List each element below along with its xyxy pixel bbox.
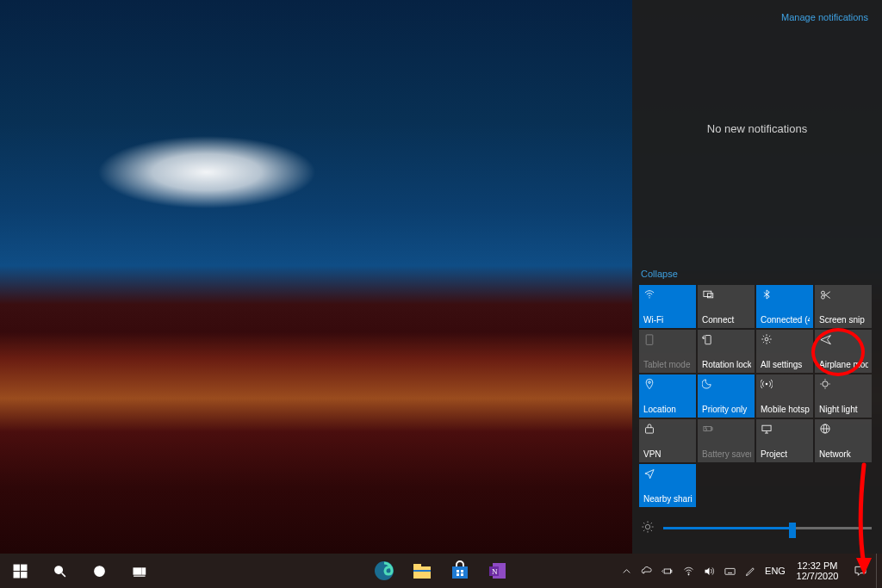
svg-rect-53: [457, 570, 459, 573]
tile-rotation[interactable]: Rotation lock: [698, 330, 755, 373]
svg-point-42: [54, 566, 62, 573]
tile-connect[interactable]: Connect: [698, 285, 755, 328]
svg-rect-23: [762, 425, 771, 430]
svg-rect-50: [413, 564, 421, 567]
svg-line-43: [61, 573, 65, 576]
tile-label: Night light: [819, 405, 868, 414]
nearby-icon: [643, 467, 655, 480]
svg-rect-56: [461, 573, 463, 576]
airplane-icon: [819, 333, 831, 345]
manage-notifications-link[interactable]: Manage notifications: [781, 12, 868, 22]
project-icon: [761, 423, 773, 435]
tile-label: Network: [819, 449, 868, 459]
tile-wifi[interactable]: Wi-Fi: [639, 285, 696, 328]
svg-rect-9: [646, 335, 653, 344]
tile-label: Tablet mode: [643, 360, 693, 369]
svg-rect-45: [134, 567, 141, 573]
onedrive-icon[interactable]: [637, 554, 657, 588]
tile-label: Connected (4): [761, 315, 810, 325]
svg-point-44: [94, 566, 103, 575]
start-button[interactable]: [0, 554, 40, 588]
search-button[interactable]: [40, 554, 79, 588]
tile-settings[interactable]: All settings: [756, 330, 813, 373]
svg-point-0: [649, 297, 649, 298]
tile-bluetooth[interactable]: Connected (4): [756, 285, 813, 328]
gear-icon: [761, 333, 773, 345]
keyboard-icon[interactable]: [719, 554, 740, 588]
clock-time: 12:32 PM: [790, 560, 845, 571]
svg-text:N: N: [492, 567, 498, 576]
ink-icon[interactable]: [740, 554, 761, 588]
svg-rect-49: [413, 566, 431, 579]
power-icon[interactable]: [657, 554, 678, 588]
no-notifications-text: No new notifications: [632, 122, 882, 135]
svg-line-35: [651, 530, 652, 531]
action-center-panel: Manage notifications No new notification…: [632, 0, 882, 554]
svg-rect-22: [711, 428, 712, 430]
svg-point-29: [645, 524, 649, 529]
taskbar-app-edge[interactable]: [365, 554, 403, 588]
brightness-slider[interactable]: [641, 520, 872, 535]
show-desktop-button[interactable]: [876, 554, 882, 588]
tray-chevron-icon[interactable]: [616, 554, 637, 588]
vpn-icon: [643, 423, 655, 435]
tile-network[interactable]: Network: [815, 419, 872, 462]
connect-icon: [702, 288, 714, 300]
location-icon: [643, 378, 655, 390]
tile-project[interactable]: Project: [756, 419, 813, 462]
tile-tablet[interactable]: Tablet mode: [639, 330, 696, 373]
svg-rect-38: [14, 565, 19, 570]
tile-location[interactable]: Location: [639, 374, 696, 418]
svg-line-34: [643, 523, 644, 523]
svg-rect-52: [452, 566, 468, 579]
tile-label: Location: [643, 405, 693, 414]
svg-point-13: [649, 381, 651, 384]
taskbar-app-explorer[interactable]: [403, 554, 441, 588]
svg-rect-21: [704, 426, 711, 430]
rotation-icon: [702, 333, 714, 345]
brightness-icon: [641, 520, 655, 535]
tile-label: Priority only: [702, 405, 751, 414]
collapse-link[interactable]: Collapse: [641, 269, 678, 279]
svg-rect-55: [457, 573, 459, 576]
tile-label: Airplane mode: [819, 360, 868, 369]
tile-vpn[interactable]: VPN: [639, 419, 696, 462]
svg-point-15: [823, 381, 828, 387]
svg-rect-11: [705, 336, 711, 344]
action-center-button[interactable]: [845, 554, 876, 588]
wifi-tray-icon[interactable]: [678, 554, 699, 588]
volume-icon[interactable]: [699, 554, 719, 588]
tile-priority[interactable]: Priority only: [698, 374, 755, 418]
svg-rect-61: [670, 570, 671, 573]
svg-rect-60: [664, 569, 671, 573]
task-view-button[interactable]: [119, 554, 158, 588]
svg-marker-63: [705, 567, 709, 575]
tile-hotspot[interactable]: Mobile hotspot: [756, 374, 813, 418]
tile-nightlight[interactable]: Night light: [815, 374, 872, 418]
clock[interactable]: 12:32 PM 12/7/2020: [790, 560, 845, 581]
taskbar-app-store[interactable]: [441, 554, 479, 588]
tile-nearby[interactable]: Nearby sharing: [639, 464, 696, 507]
svg-point-12: [765, 337, 768, 341]
svg-line-37: [651, 523, 652, 523]
cortana-button[interactable]: [79, 554, 119, 588]
taskbar-app-onenote[interactable]: N: [479, 554, 517, 588]
language-indicator[interactable]: ENG: [761, 566, 790, 576]
tile-snip[interactable]: Screen snip: [815, 285, 872, 328]
tile-label: Battery saver: [702, 449, 751, 459]
tile-label: Project: [761, 449, 810, 459]
tile-label: Rotation lock: [702, 360, 751, 369]
svg-rect-64: [724, 568, 734, 574]
svg-rect-2: [707, 294, 712, 298]
nightlight-icon: [819, 378, 831, 390]
svg-rect-54: [461, 570, 463, 573]
tile-battery[interactable]: Battery saver: [698, 419, 755, 462]
tile-airplane[interactable]: Airplane mode: [815, 330, 872, 373]
network-icon: [819, 423, 831, 435]
tile-label: VPN: [643, 449, 693, 459]
snip-icon: [819, 288, 831, 300]
brightness-track[interactable]: [663, 527, 872, 529]
moon-icon: [702, 378, 714, 390]
tile-label: Screen snip: [819, 315, 868, 325]
svg-rect-51: [413, 570, 431, 572]
